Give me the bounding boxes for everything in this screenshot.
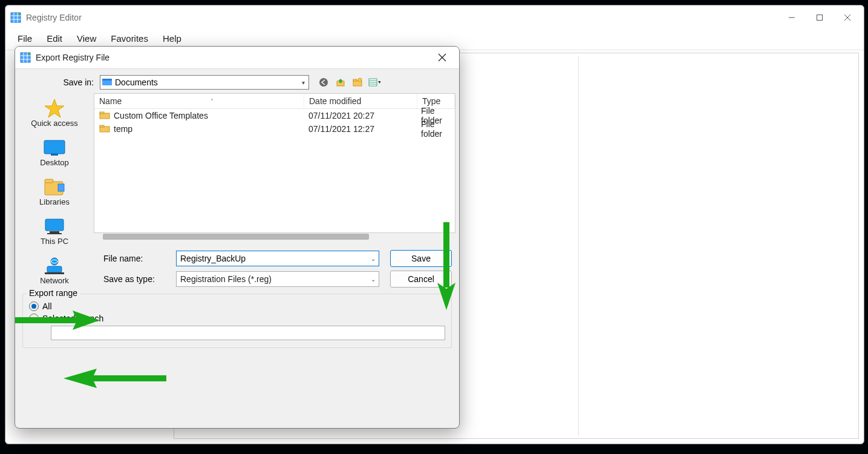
folder-icon — [99, 111, 110, 121]
svg-rect-35 — [50, 231, 59, 233]
saveas-label: Save as type: — [99, 274, 176, 284]
back-icon[interactable] — [318, 76, 330, 88]
svg-point-24 — [358, 78, 362, 82]
radio-selected-branch[interactable] — [29, 314, 39, 323]
menu-help[interactable]: Help — [155, 31, 189, 46]
dialog-close-button[interactable] — [430, 49, 454, 66]
radio-all-row[interactable]: All — [29, 301, 445, 311]
svg-point-15 — [28, 53, 30, 55]
cancel-button[interactable]: Cancel — [390, 271, 452, 288]
menu-favorites[interactable]: Favorites — [103, 31, 155, 46]
file-list-header[interactable]: Name˄ Date modified Type — [94, 94, 455, 109]
svg-rect-23 — [353, 79, 357, 81]
file-name: temp — [114, 124, 132, 134]
up-one-level-icon[interactable] — [334, 76, 347, 88]
svg-rect-34 — [45, 219, 64, 231]
place-network[interactable]: Network — [21, 253, 88, 288]
svg-rect-7 — [817, 15, 823, 21]
desktop-icon — [42, 137, 67, 158]
libraries-icon — [42, 177, 67, 197]
svg-rect-36 — [47, 233, 62, 234]
dialog-app-icon — [20, 52, 31, 63]
place-libraries[interactable]: Libraries — [21, 174, 88, 209]
radio-selected-row[interactable]: Selected branch — [29, 314, 445, 323]
chevron-down-icon[interactable]: ⌄ — [369, 255, 377, 262]
svg-rect-33 — [58, 184, 64, 191]
svg-rect-30 — [51, 154, 58, 156]
file-date: 07/11/2021 20:27 — [304, 110, 416, 122]
network-icon — [42, 255, 67, 276]
svg-rect-41 — [100, 112, 104, 114]
menu-edit[interactable]: Edit — [39, 31, 70, 46]
place-label: Desktop — [40, 158, 69, 167]
folder-icon — [99, 124, 110, 134]
svg-rect-39 — [45, 272, 64, 274]
save-in-combo[interactable]: Documents ▾ — [100, 75, 309, 90]
chevron-down-icon[interactable]: ▾ — [299, 79, 307, 86]
filename-input[interactable]: ⌄ — [176, 251, 379, 266]
maximize-button[interactable] — [806, 8, 834, 27]
place-label: Quick access — [31, 119, 77, 128]
save-button[interactable]: Save — [390, 250, 452, 267]
place-label: This PC — [41, 237, 68, 246]
place-desktop[interactable]: Desktop — [21, 135, 88, 169]
svg-rect-32 — [45, 179, 53, 183]
saveas-value: Registration Files (*.reg) — [178, 274, 369, 284]
place-quick-access[interactable]: Quick access — [21, 96, 88, 130]
app-icon — [10, 12, 21, 23]
file-name: Custom Office Templates — [114, 111, 208, 120]
chevron-down-icon[interactable]: ⌄ — [369, 276, 377, 283]
filename-field[interactable] — [178, 254, 369, 263]
new-folder-icon[interactable] — [351, 76, 364, 88]
place-this-pc[interactable]: This PC — [21, 214, 88, 248]
annotation-arrow-all — [64, 366, 166, 390]
place-label: Libraries — [39, 197, 70, 206]
svg-point-5 — [18, 13, 21, 15]
column-name[interactable]: Name˄ — [94, 94, 304, 108]
export-dialog: Export Registry File Save in: Documents … — [15, 46, 460, 429]
file-row[interactable]: Custom Office Templates 07/11/2021 20:27… — [94, 109, 455, 122]
minimize-button[interactable] — [778, 8, 806, 27]
main-title: Registry Editor — [26, 13, 82, 22]
horizontal-scrollbar[interactable] — [103, 234, 369, 240]
svg-rect-19 — [102, 79, 112, 81]
saveas-combo[interactable]: Registration Files (*.reg) ⌄ — [176, 271, 379, 287]
svg-point-37 — [51, 258, 58, 265]
file-row[interactable]: temp 07/11/2021 12:27 File folder — [94, 122, 455, 136]
place-label: Network — [40, 276, 69, 285]
radio-all-label: All — [42, 301, 52, 311]
dialog-title: Export Registry File — [36, 53, 109, 62]
thispc-icon — [42, 216, 67, 237]
star-icon — [42, 98, 67, 119]
menu-view[interactable]: View — [70, 31, 103, 46]
radio-selected-label: Selected branch — [42, 314, 103, 323]
dialog-toolbar — [318, 76, 380, 88]
svg-rect-43 — [100, 125, 104, 127]
menu-file[interactable]: File — [10, 31, 39, 46]
file-date: 07/11/2021 12:27 — [304, 123, 416, 135]
filename-label: File name: — [99, 254, 176, 263]
dialog-titlebar[interactable]: Export Registry File — [15, 47, 459, 69]
svg-rect-38 — [47, 266, 62, 272]
close-button[interactable] — [834, 8, 861, 27]
file-list[interactable]: Name˄ Date modified Type Custom Office T… — [94, 93, 455, 233]
svg-point-20 — [319, 78, 328, 87]
places-bar: Quick access Desktop Libraries This PC N… — [15, 93, 94, 288]
window-controls — [778, 8, 861, 27]
save-in-label: Save in: — [21, 77, 100, 87]
selected-branch-input[interactable] — [51, 326, 445, 340]
main-titlebar[interactable]: Registry Editor — [5, 5, 864, 30]
radio-all[interactable] — [29, 301, 39, 311]
save-in-value: Documents — [113, 77, 299, 87]
documents-icon — [102, 77, 113, 88]
svg-rect-29 — [44, 140, 65, 154]
view-menu-icon[interactable] — [368, 76, 380, 88]
column-date[interactable]: Date modified — [304, 94, 417, 108]
export-range-label: Export range — [27, 288, 80, 298]
export-range-group: Export range All Selected branch — [22, 294, 452, 348]
file-type: File folder — [416, 118, 455, 140]
